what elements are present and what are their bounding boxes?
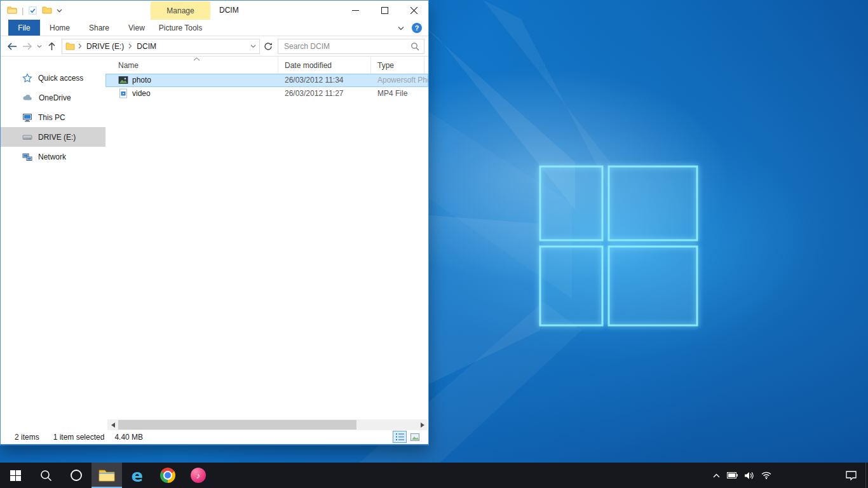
- sidebar-item-label: OneDrive: [39, 93, 71, 102]
- file-tab[interactable]: File: [8, 20, 40, 36]
- maximize-button[interactable]: [370, 1, 399, 20]
- horizontal-scrollbar[interactable]: [107, 419, 428, 430]
- window-controls: [341, 1, 428, 20]
- status-bar: 2 items 1 item selected 4.40 MB: [1, 430, 428, 444]
- breadcrumb-chevron-icon[interactable]: [78, 43, 82, 49]
- sidebar-item-label: Quick access: [38, 74, 83, 83]
- recent-locations-chevron-icon[interactable]: [35, 39, 44, 54]
- selection-summary: 1 item selected: [53, 433, 105, 442]
- search-icon[interactable]: [410, 42, 419, 51]
- file-rows: photo 26/03/2012 11:34 Apowersoft Pho vi…: [105, 74, 428, 100]
- new-folder-icon[interactable]: [42, 5, 52, 15]
- selection-size: 4.40 MB: [114, 433, 143, 442]
- title-bar: | Manage DCIM: [1, 1, 428, 20]
- taskbar-search-button[interactable]: [31, 463, 61, 488]
- customize-qat-chevron-icon[interactable]: [57, 8, 62, 13]
- expand-ribbon-chevron-icon[interactable]: [398, 26, 404, 30]
- file-type: MP4 File: [377, 89, 407, 98]
- drive-icon: [22, 132, 32, 142]
- scroll-left-arrow-icon[interactable]: [107, 419, 118, 430]
- cortana-button[interactable]: [61, 463, 92, 488]
- sidebar-item-label: Network: [38, 152, 66, 161]
- start-button[interactable]: [0, 463, 31, 488]
- file-list-pane: Name Date modified Type photo 26/03/2012…: [105, 57, 428, 430]
- quick-access-star-icon: [22, 73, 32, 83]
- file-name: video: [132, 89, 151, 98]
- sidebar-item-label: This PC: [38, 113, 65, 122]
- taskbar: e ♪: [0, 463, 868, 488]
- item-count: 2 items: [15, 433, 39, 442]
- file-row-photo[interactable]: photo 26/03/2012 11:34 Apowersoft Pho: [105, 74, 428, 87]
- taskbar-file-explorer-button[interactable]: [92, 463, 122, 488]
- file-type: Apowersoft Pho: [377, 76, 428, 85]
- view-toggle-buttons: [393, 431, 422, 443]
- up-button[interactable]: [44, 39, 59, 54]
- qat-separator: |: [22, 6, 24, 15]
- file-date-modified: 26/03/2012 11:27: [285, 89, 344, 98]
- taskbar-edge-button[interactable]: e: [122, 463, 153, 488]
- tab-home[interactable]: Home: [40, 20, 79, 36]
- show-desktop-strip[interactable]: [865, 463, 868, 488]
- breadcrumb-drive[interactable]: DRIVE (E:): [85, 42, 125, 51]
- breadcrumb-chevron-icon[interactable]: [128, 43, 132, 49]
- chrome-icon: [160, 468, 175, 483]
- itunes-icon: ♪: [191, 468, 206, 483]
- search-input[interactable]: [283, 41, 410, 51]
- ribbon-right-controls: ?: [398, 20, 422, 36]
- onedrive-cloud-icon: [22, 93, 33, 103]
- volume-icon[interactable]: [745, 471, 754, 480]
- tab-picture-tools[interactable]: Picture Tools: [151, 20, 210, 36]
- help-button[interactable]: ?: [412, 23, 422, 33]
- column-header-name[interactable]: Name: [105, 57, 278, 74]
- search-box[interactable]: [278, 39, 424, 54]
- navigation-bar: DRIVE (E:) DCIM: [1, 36, 428, 57]
- windows-logo: [540, 166, 697, 325]
- taskbar-itunes-button[interactable]: ♪: [183, 463, 214, 488]
- large-icons-view-button[interactable]: [408, 431, 422, 443]
- forward-button[interactable]: [20, 39, 35, 54]
- minimize-button[interactable]: [341, 1, 370, 20]
- battery-icon[interactable]: [727, 472, 738, 478]
- sidebar-item-onedrive[interactable]: OneDrive: [1, 88, 105, 107]
- back-button[interactable]: [4, 39, 20, 54]
- column-header-date-modified[interactable]: Date modified: [278, 57, 371, 74]
- scroll-right-arrow-icon[interactable]: [417, 419, 428, 430]
- photo-file-icon: [118, 75, 128, 85]
- explorer-folder-icon[interactable]: [7, 5, 17, 15]
- navigation-pane: Quick access OneDrive This PC DRIVE (E:): [1, 57, 105, 430]
- edge-icon: e: [132, 467, 143, 484]
- sidebar-item-drive-e[interactable]: DRIVE (E:): [1, 127, 105, 147]
- address-dropdown-chevron-icon[interactable]: [250, 44, 256, 48]
- sidebar-item-network[interactable]: Network: [1, 147, 105, 166]
- tray-expand-chevron-icon[interactable]: [713, 473, 720, 478]
- location-folder-icon[interactable]: [65, 42, 75, 50]
- address-bar[interactable]: DRIVE (E:) DCIM: [62, 39, 260, 54]
- tab-view[interactable]: View: [119, 20, 154, 36]
- file-date-modified: 26/03/2012 11:34: [285, 76, 344, 85]
- ribbon-tab-row: File Home Share View Picture Tools ?: [1, 20, 428, 36]
- manage-contextual-tab-group[interactable]: Manage: [151, 1, 210, 20]
- sidebar-item-quick-access[interactable]: Quick access: [1, 68, 105, 88]
- taskbar-chrome-button[interactable]: [153, 463, 183, 488]
- column-headers: Name Date modified Type: [105, 57, 428, 74]
- properties-check-icon[interactable]: [28, 6, 37, 15]
- details-view-button[interactable]: [393, 431, 407, 443]
- sidebar-item-this-pc[interactable]: This PC: [1, 107, 105, 127]
- file-row-video[interactable]: video 26/03/2012 11:27 MP4 File: [105, 87, 428, 100]
- column-header-type[interactable]: Type: [371, 57, 424, 74]
- window-title: DCIM: [219, 1, 239, 20]
- wifi-icon[interactable]: [761, 471, 771, 479]
- action-center-button[interactable]: [837, 463, 864, 488]
- sidebar-item-label: DRIVE (E:): [38, 133, 76, 142]
- network-icon: [22, 152, 32, 162]
- tab-share[interactable]: Share: [79, 20, 119, 36]
- video-file-icon: [118, 88, 128, 98]
- this-pc-icon: [22, 112, 32, 123]
- file-name: photo: [132, 76, 151, 85]
- explorer-body: Quick access OneDrive This PC DRIVE (E:): [1, 57, 428, 430]
- system-tray: [713, 463, 771, 488]
- breadcrumb-current[interactable]: DCIM: [135, 42, 158, 51]
- scrollbar-thumb[interactable]: [118, 420, 356, 430]
- close-button[interactable]: [399, 1, 428, 20]
- refresh-button[interactable]: [260, 39, 276, 54]
